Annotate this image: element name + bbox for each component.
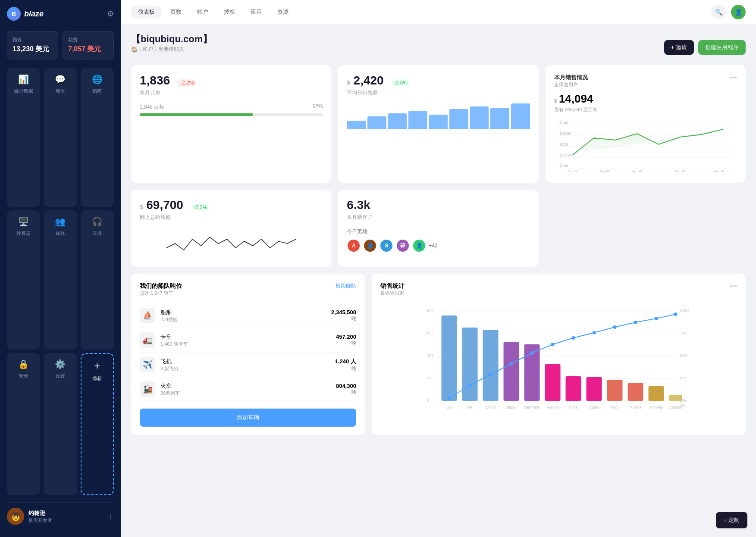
hero-avatar-5: 👤: [412, 239, 426, 253]
user-name: 约翰逊: [28, 509, 103, 517]
bar-france: [545, 364, 560, 401]
invite-button[interactable]: + 邀请: [664, 40, 694, 55]
nav-label-security: 安全: [19, 373, 28, 379]
nav-label-settings: 设置: [56, 373, 65, 379]
tab-apps[interactable]: 应用: [244, 6, 269, 19]
orders-progress: 1,048 目标 62%: [140, 103, 323, 116]
svg-text:Spain: Spain: [589, 405, 599, 409]
top-nav-tabs: 仪表板 页数 帐户 授权 应用 资源: [131, 6, 295, 19]
svg-text:40%: 40%: [679, 376, 687, 380]
monthly-sales-more[interactable]: •••: [730, 74, 737, 88]
nav-item-security[interactable]: 🔒 安全: [7, 353, 40, 495]
total-sales-label: 网上总销售额: [140, 214, 323, 221]
bar-china: [483, 330, 498, 401]
bar-spain: [586, 377, 602, 401]
avg-prefix: $: [347, 79, 350, 86]
nav-item-guide[interactable]: 🌐 指南: [81, 68, 114, 207]
svg-point-37: [571, 336, 575, 340]
user-profile-button[interactable]: 👤: [731, 5, 746, 19]
fleet-item-ship: ⛵ 船舶 234艘舰 2,345,500 吨: [140, 303, 356, 328]
breadcrumb: 🏠 › 帐户 › 奥弗维耶夫: [131, 46, 212, 53]
tab-auth[interactable]: 授权: [217, 6, 242, 19]
hero-avatar-1: A: [347, 239, 361, 253]
train-count: 36跑列车: [160, 390, 331, 397]
svg-text:Canada: Canada: [669, 405, 683, 409]
expense-value: 7,057 美元: [68, 45, 108, 54]
fleet-subtitle: 总计 1,247 辆车: [140, 290, 182, 297]
svg-text:0: 0: [427, 398, 429, 403]
truck-value: 457,200: [336, 334, 356, 340]
train-value: 804,300: [336, 383, 356, 389]
sales-bar-chart: 800 600 400 200 0 100% 80% 60% 40% 20% 0…: [380, 303, 737, 415]
budget-value: 13,230 美元: [13, 45, 53, 54]
truck-count: 1,460 辆卡车: [160, 341, 331, 347]
svg-text:$24K: $24K: [559, 121, 568, 125]
svg-text:80%: 80%: [679, 331, 687, 335]
bar-2: [367, 116, 386, 129]
wave-chart: [140, 226, 323, 256]
tab-pages[interactable]: 页数: [163, 6, 188, 19]
sales-stats-card: 销售统计 最畅销国家 ••• 800 600 400 200 0 100% 80…: [372, 274, 746, 435]
content-area: 【biqubiqu.com】 🏠 › 帐户 › 奥弗维耶夫 + 邀请 创建应用程…: [121, 24, 756, 537]
nav-label-support: 支持: [92, 230, 102, 237]
new-customers-label: 本月新客户: [347, 214, 530, 221]
plane-icon: ✈️: [140, 357, 155, 372]
nav-item-add[interactable]: + 添新: [81, 353, 114, 495]
sales-stats-header: 销售统计 最畅销国家 •••: [380, 282, 737, 297]
top-nav: 仪表板 页数 帐户 授权 应用 资源 🔍 👤: [121, 0, 756, 24]
fleet-link[interactable]: 检阅舰队: [336, 282, 356, 290]
page-header: 【biqubiqu.com】 🏠 › 帐户 › 奥弗维耶夫 + 邀请 创建应用程…: [131, 33, 746, 62]
svg-text:600: 600: [427, 331, 433, 335]
tab-dashboard[interactable]: 仪表板: [131, 6, 162, 19]
breadcrumb-accounts: 帐户: [143, 46, 153, 53]
nav-item-chat[interactable]: 💬 聊天: [44, 68, 77, 207]
bar-6: [449, 109, 468, 129]
plane-unit: 吨: [335, 365, 356, 372]
svg-point-36: [551, 343, 554, 346]
ship-count: 234艘舰: [160, 316, 326, 323]
search-button[interactable]: 🔍: [711, 5, 726, 19]
progress-goal-label: 1,048 目标: [140, 103, 164, 111]
nav-item-calc[interactable]: 🖥️ 计算器: [7, 210, 40, 349]
svg-point-32: [468, 384, 471, 387]
nav-item-media[interactable]: 👥 媒体: [44, 210, 77, 349]
svg-text:Russia: Russia: [630, 405, 642, 409]
nav-label-guide: 指南: [92, 88, 102, 94]
bar-japan: [503, 342, 519, 401]
support-icon: 🎧: [92, 216, 103, 227]
svg-text:$10K: $10K: [559, 164, 568, 168]
budget-cards: 预算 13,230 美元 花费 7,057 美元: [7, 31, 114, 59]
svg-text:100%: 100%: [679, 309, 689, 313]
bar-8: [490, 108, 509, 129]
ship-name: 船舶: [160, 309, 326, 316]
top-nav-actions: 🔍 👤: [711, 5, 746, 19]
tab-resources[interactable]: 资源: [270, 6, 295, 19]
create-app-button[interactable]: 创建应用程序: [698, 40, 746, 55]
nav-item-stats[interactable]: 📊 统计数据: [7, 68, 40, 207]
orders-label: 本月订单: [140, 89, 323, 97]
tab-accounts[interactable]: 帐户: [190, 6, 215, 19]
svg-point-31: [447, 397, 451, 400]
add-vehicle-button[interactable]: 添加车辆: [140, 409, 356, 427]
sales-stats-more[interactable]: •••: [730, 282, 737, 297]
user-info: 约翰逊 反应开发者: [28, 509, 103, 524]
nav-label-calc: 计算器: [16, 230, 31, 237]
svg-text:$20.5K: $20.5K: [559, 131, 572, 136]
customize-button[interactable]: ≡ 定制: [716, 512, 747, 528]
sidebar-settings-icon[interactable]: ⚙: [107, 9, 114, 19]
breadcrumb-current: 奥弗维耶夫: [158, 46, 184, 53]
bar-7: [470, 106, 489, 129]
svg-point-34: [509, 362, 513, 365]
plane-count: 8 架飞机: [160, 365, 330, 372]
nav-item-settings[interactable]: ⚙️ 设置: [44, 353, 77, 495]
hero-avatar-4: 碎: [396, 239, 410, 253]
user-more-icon[interactable]: ⋮: [107, 512, 114, 521]
header-actions: + 邀请 创建应用程序: [664, 40, 746, 55]
guide-icon: 🌐: [92, 74, 103, 84]
bottom-section: 我们的船队吨位 总计 1,247 辆车 检阅舰队 ⛵ 船舶 234艘舰 2,34…: [131, 274, 746, 435]
nav-item-support[interactable]: 🎧 支持: [81, 210, 114, 349]
fleet-header: 我们的船队吨位 总计 1,247 辆车 检阅舰队: [140, 282, 356, 297]
progress-fill: [140, 113, 253, 116]
svg-text:Japan: Japan: [506, 405, 517, 409]
svg-text:Apr 04: Apr 04: [567, 169, 577, 172]
